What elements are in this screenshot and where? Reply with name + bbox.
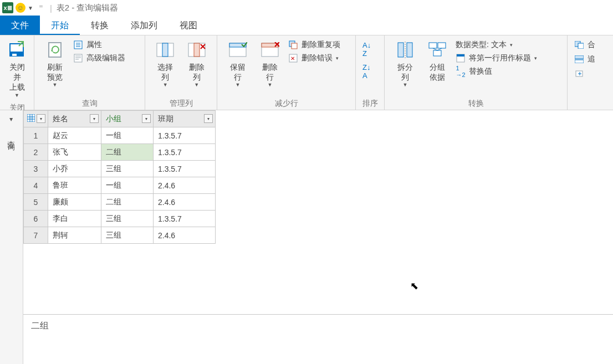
split-col-icon: [395, 40, 415, 60]
tab-addcolumn[interactable]: 添加列: [120, 16, 168, 35]
row-number[interactable]: 1: [24, 127, 48, 144]
cell-group[interactable]: 二组: [101, 194, 154, 211]
close-load-label: 关闭并 上载: [6, 62, 28, 93]
formula-value: 二组: [31, 321, 49, 330]
cell-group[interactable]: 一组: [101, 177, 154, 194]
row-num-header[interactable]: ▾: [24, 111, 48, 127]
table-row[interactable]: 3小乔三组1.3.5.7: [24, 161, 216, 177]
group-by-button[interactable]: 分组 依据: [421, 38, 453, 84]
cell-group[interactable]: 三组: [101, 227, 154, 244]
smiley-icon[interactable]: ☺: [16, 3, 25, 13]
replace-values-button[interactable]: 1→2 替换值: [456, 66, 537, 76]
tab-home[interactable]: 开始: [40, 16, 80, 35]
main-area: ▾ 姓名▾ 小组▾ 班期▾ 1赵云一组1.3.5.72张飞二组1.3.5.73小…: [23, 110, 613, 364]
group-query: 刷新 预览 ▼ 属性 高级编辑器 查询: [34, 35, 145, 110]
remove-errors-button[interactable]: ✕ 删除错误 ▾: [288, 53, 340, 63]
cell-name[interactable]: 李白: [48, 211, 101, 227]
remove-columns-button[interactable]: 删除 列 ▼: [181, 38, 213, 91]
merge-label: 合: [588, 40, 595, 50]
table-row[interactable]: 4鲁班一组2.4.6: [24, 177, 216, 194]
svg-line-34: [433, 48, 437, 50]
properties-button[interactable]: 属性: [73, 40, 125, 50]
close-and-load-button[interactable]: 关闭并 上载 ▼: [4, 38, 29, 101]
cell-name[interactable]: 张飞: [48, 144, 101, 161]
combine-more-button[interactable]: [574, 69, 595, 79]
cell-period[interactable]: 1.3.5.7: [154, 127, 216, 144]
dropdown-icon: ▼: [268, 82, 273, 89]
select-columns-icon: [155, 40, 175, 60]
remove-duplicates-button[interactable]: 删除重复项: [288, 40, 340, 50]
chevron-right-icon[interactable]: ▸: [8, 118, 16, 121]
groupby-icon: [427, 40, 447, 60]
tab-file[interactable]: 文件: [0, 16, 40, 35]
cell-group[interactable]: 三组: [101, 211, 154, 227]
cell-period[interactable]: 1.3.5.7: [154, 144, 216, 161]
append-icon: [574, 54, 584, 64]
split-column-button[interactable]: 拆分 列 ▼: [389, 38, 421, 91]
cell-name[interactable]: 小乔: [48, 161, 101, 177]
first-row-header-button[interactable]: 将第一行用作标题 ▾: [456, 53, 537, 63]
sort-desc-button[interactable]: Z↓A: [362, 63, 371, 80]
cell-group[interactable]: 一组: [101, 127, 154, 144]
cell-period[interactable]: 2.4.6: [154, 194, 216, 211]
col-header-name-label: 姓名: [53, 114, 68, 123]
row-number[interactable]: 2: [24, 144, 48, 161]
cell-name[interactable]: 荆轲: [48, 227, 101, 244]
svg-rect-39: [578, 43, 584, 49]
filter-dropdown-icon[interactable]: ▾: [90, 114, 99, 123]
data-type-button[interactable]: 数据类型: 文本 ▾: [456, 40, 537, 50]
filter-dropdown-icon[interactable]: ▾: [204, 114, 213, 123]
keep-rows-button[interactable]: 保留 行 ▼: [222, 38, 254, 91]
table-row[interactable]: 1赵云一组1.3.5.7: [24, 127, 216, 144]
cell-name[interactable]: 鲁班: [48, 177, 101, 194]
row-number[interactable]: 6: [24, 211, 48, 227]
cell-period[interactable]: 2.4.6: [154, 227, 216, 244]
cell-period[interactable]: 1.3.5.7: [154, 161, 216, 177]
formula-bar[interactable]: 二组: [23, 314, 613, 364]
group-transform-label: 转换: [389, 96, 563, 109]
table-menu-dropdown[interactable]: ▾: [37, 114, 45, 123]
filter-dropdown-icon[interactable]: ▾: [142, 114, 151, 123]
queries-sidepanel[interactable]: ▸ 查询: [0, 110, 23, 364]
cell-period[interactable]: 1.3.5.7: [154, 211, 216, 227]
tab-view[interactable]: 视图: [168, 16, 208, 35]
col-header-group[interactable]: 小组▾: [101, 111, 154, 127]
cell-name[interactable]: 赵云: [48, 127, 101, 144]
data-table[interactable]: ▾ 姓名▾ 小组▾ 班期▾ 1赵云一组1.3.5.72张飞二组1.3.5.73小…: [23, 110, 216, 244]
table-row[interactable]: 5廉颇二组2.4.6: [24, 194, 216, 211]
tab-transform[interactable]: 转换: [80, 16, 120, 35]
advanced-editor-button[interactable]: 高级编辑器: [73, 53, 125, 63]
col-header-name[interactable]: 姓名▾: [48, 111, 101, 127]
cell-name[interactable]: 廉颇: [48, 194, 101, 211]
cell-group[interactable]: 三组: [101, 161, 154, 177]
qat-drop-icon[interactable]: ▼: [28, 5, 33, 11]
refresh-preview-button[interactable]: 刷新 预览 ▼: [39, 38, 71, 91]
row-number[interactable]: 5: [24, 194, 48, 211]
split-col-label: 拆分 列: [397, 62, 413, 82]
row-number[interactable]: 4: [24, 177, 48, 194]
combine-more-icon: [574, 69, 584, 79]
append-queries-button[interactable]: 追: [574, 54, 595, 64]
row-number[interactable]: 7: [24, 227, 48, 244]
cell-group[interactable]: 二组: [101, 144, 154, 161]
table-icon: [27, 114, 35, 122]
remove-rows-label: 删除 行: [262, 62, 278, 82]
group-query-label: 查询: [39, 96, 140, 109]
table-row[interactable]: 2张飞二组1.3.5.7: [24, 144, 216, 161]
group-transform: 拆分 列 ▼ 分组 依据 数据类型: 文本 ▾ 将第一行用作标题 ▾ 1→2: [385, 35, 568, 110]
svg-rect-40: [575, 55, 584, 59]
cell-period[interactable]: 2.4.6: [154, 177, 216, 194]
content-area: ▸ 查询 ▾ 姓名▾ 小组▾ 班期▾ 1赵云一组1.3.5.72张飞二组1.3: [0, 110, 613, 364]
table-row[interactable]: 7荆轲三组2.4.6: [24, 227, 216, 244]
table-row[interactable]: 6李白三组1.3.5.7: [24, 211, 216, 227]
row-number[interactable]: 3: [24, 161, 48, 177]
remove-rows-button[interactable]: 删除 行 ▼: [254, 38, 286, 91]
select-columns-button[interactable]: 选择 列 ▼: [150, 38, 181, 91]
excel-icon: x≣: [2, 2, 13, 13]
title-bar: x≣ ☺ ▼ ⁼ | 表2 - 查询编辑器: [0, 0, 613, 16]
groupby-label: 分组 依据: [430, 62, 445, 82]
sort-asc-button[interactable]: A↓Z: [362, 41, 371, 58]
merge-queries-button[interactable]: 合: [574, 40, 595, 50]
replace-label: 替换值: [469, 66, 492, 76]
col-header-period[interactable]: 班期▾: [154, 111, 216, 127]
